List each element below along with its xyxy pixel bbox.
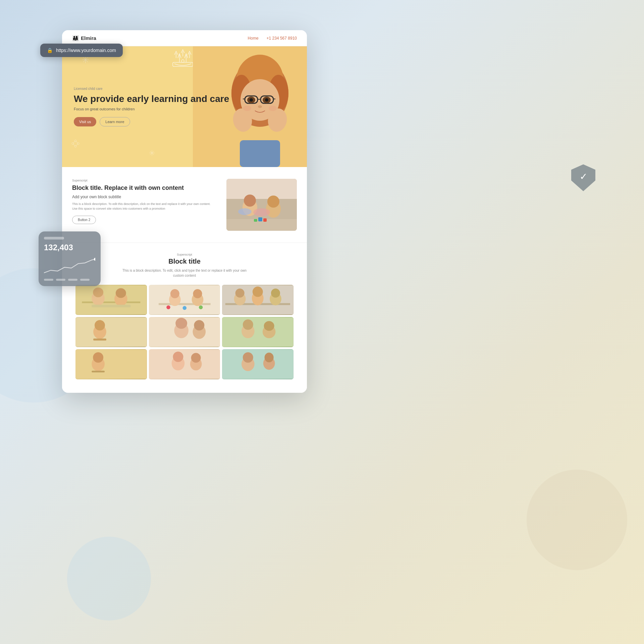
svg-point-7 [73, 142, 77, 146]
card-bar [44, 237, 64, 239]
svg-point-71 [166, 305, 170, 309]
svg-rect-91 [222, 317, 293, 346]
svg-point-10 [72, 143, 74, 145]
dot-4 [80, 279, 90, 281]
nav-links: Home +1 234 567 8910 [248, 36, 297, 41]
nav-home-link[interactable]: Home [248, 36, 259, 41]
svg-rect-43 [240, 140, 280, 167]
photo-5-img [149, 317, 220, 347]
svg-point-68 [170, 289, 179, 298]
svg-point-73 [199, 305, 203, 309]
svg-point-70 [193, 289, 202, 298]
section2-title: Block title [72, 258, 297, 265]
svg-point-52 [267, 196, 279, 208]
svg-point-109 [265, 353, 274, 362]
stats-card: 132,403 [39, 231, 101, 286]
svg-rect-55 [254, 219, 257, 222]
svg-point-93 [243, 319, 253, 330]
photo-cell-2 [149, 285, 220, 315]
photo-cell-6 [222, 317, 293, 347]
svg-rect-54 [263, 218, 267, 222]
stats-number: 132,403 [44, 243, 95, 252]
svg-point-95 [264, 321, 274, 331]
nav-phone: +1 234 567 8910 [267, 36, 297, 41]
svg-rect-53 [258, 217, 262, 221]
svg-point-50 [244, 195, 256, 207]
photo-6-img [222, 317, 293, 347]
logo-icon: 👨‍👩‍👧 [72, 35, 79, 41]
svg-rect-96 [75, 350, 147, 379]
svg-rect-59 [82, 302, 140, 303]
photo-4-img [75, 317, 147, 347]
url-text: https://www.yourdomain.com [56, 48, 116, 53]
chart-svg [44, 256, 95, 275]
photo-grid-row1 [72, 285, 297, 347]
svg-point-11 [77, 143, 79, 145]
nav-logo: 👨‍👩‍👧 Elmira [72, 35, 96, 41]
section1-title: Block title. Replace it with own content [72, 184, 216, 192]
hero-buttons: Visit us Learn more [74, 117, 297, 126]
photo-8-img [149, 349, 220, 379]
svg-point-79 [253, 286, 263, 297]
svg-rect-1 [173, 62, 193, 66]
hero-content: Licensed child care We provide early lea… [62, 77, 307, 137]
svg-point-72 [182, 306, 186, 310]
photo-cell-7 [75, 349, 147, 379]
svg-point-84 [95, 320, 105, 330]
dot-3 [68, 279, 77, 281]
svg-point-9 [74, 145, 76, 147]
photo-9-img [222, 349, 293, 379]
section1-illustration [226, 179, 297, 231]
svg-point-81 [271, 288, 280, 298]
svg-line-23 [150, 151, 154, 155]
hero-section: Licensed child care We provide early lea… [62, 46, 307, 167]
dot-2 [56, 279, 65, 281]
section1-image [226, 179, 297, 231]
svg-point-61 [93, 287, 103, 297]
photo-3-img [222, 285, 293, 315]
svg-point-104 [191, 353, 201, 363]
svg-line-6 [83, 57, 88, 62]
security-badge: ✓ [571, 164, 595, 191]
section1-button[interactable]: Button 2 [72, 216, 96, 224]
section1-superscript: Superscript [72, 179, 216, 182]
photo-cell-9 [222, 349, 293, 379]
svg-rect-100 [149, 350, 220, 379]
section1-description: This is a block description. To edit thi… [72, 202, 216, 211]
photo-cell-4 [75, 317, 147, 347]
photo-cell-1 [75, 285, 147, 315]
svg-rect-105 [222, 350, 293, 379]
svg-rect-66 [159, 303, 211, 305]
svg-point-102 [173, 352, 183, 362]
svg-point-8 [74, 140, 76, 142]
svg-point-98 [93, 352, 103, 363]
logo-text: Elmira [81, 35, 96, 41]
svg-point-88 [175, 318, 187, 329]
card-dots [44, 279, 95, 281]
svg-point-90 [194, 320, 204, 330]
learn-more-button[interactable]: Learn more [100, 117, 130, 126]
content-left: Superscript Block title. Replace it with… [72, 179, 216, 224]
photo-1-img [75, 285, 147, 315]
check-icon: ✓ [580, 171, 587, 182]
visit-us-button[interactable]: Visit us [74, 117, 96, 126]
bg-blob-3 [67, 537, 151, 621]
svg-rect-85 [93, 338, 106, 340]
photo-cell-8 [149, 349, 220, 379]
bg-blob-2 [527, 470, 627, 570]
content-section-1: Superscript Block title. Replace it with… [62, 167, 307, 243]
photo-2-img [149, 285, 220, 315]
browser-window: 👨‍👩‍👧 Elmira Home +1 234 567 8910 [62, 30, 307, 393]
hero-title: We provide early learning and care [74, 93, 297, 105]
photo-7-img [75, 349, 147, 379]
hero-superscript: Licensed child care [74, 87, 297, 91]
svg-point-57 [238, 208, 252, 215]
svg-point-0 [94, 258, 95, 261]
lock-icon: 🔒 [47, 48, 53, 53]
url-bar: 🔒 https://www.yourdomain.com [40, 44, 123, 57]
hero-subtitle: Focus on great outcomes for children [74, 107, 297, 111]
chart-area [44, 256, 95, 275]
svg-point-107 [243, 352, 253, 363]
photo-grid-row2 [72, 347, 297, 383]
svg-rect-65 [149, 285, 220, 314]
